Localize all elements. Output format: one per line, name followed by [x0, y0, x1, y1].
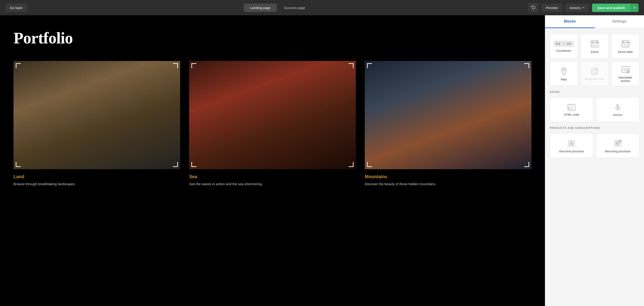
svg-text:S: S	[570, 141, 573, 146]
svg-point-30	[572, 105, 572, 106]
html-code-label: HTML code	[564, 113, 579, 116]
corner-br	[524, 162, 529, 167]
svg-point-20	[596, 69, 597, 70]
block-instagram[interactable]: Instagram feed	[580, 61, 609, 86]
svg-rect-2	[592, 41, 593, 43]
block-event-table[interactable]: Event table	[611, 34, 640, 58]
actions-button[interactable]: Actions	[565, 3, 589, 12]
sea-desc: See the waves in action and the sea shim…	[189, 182, 356, 187]
block-anchor[interactable]: Anchor	[596, 97, 640, 122]
newsletter-label: Newsletter archive	[614, 76, 637, 83]
extra-blocks-grid: HTML code Anchor	[550, 97, 640, 122]
block-event[interactable]: Event	[580, 34, 609, 58]
countdown-label: Countdown	[556, 49, 571, 52]
sea-image	[189, 61, 356, 169]
products-blocks-grid: S One-time purchase S	[550, 133, 640, 158]
gallery-item-land: Land Browse through breathtaking landsca…	[14, 61, 180, 187]
corner-br	[173, 162, 178, 167]
svg-point-31	[617, 104, 618, 106]
sea-title: Sea	[189, 174, 356, 179]
extra-label: EXTRA	[550, 90, 640, 94]
corner-bl	[192, 162, 196, 167]
tab-success-page[interactable]: Success page	[278, 3, 312, 12]
svg-rect-5	[594, 44, 595, 44]
canvas: Portfolio Land Browse through breathtaki…	[0, 15, 545, 306]
corner-tr	[348, 63, 354, 68]
tab-blocks[interactable]: Blocks	[545, 15, 595, 28]
block-map[interactable]: Map	[550, 61, 578, 86]
land-image	[14, 61, 180, 169]
land-title: Land	[14, 174, 180, 179]
event-label: Event	[591, 50, 598, 53]
instagram-icon	[591, 68, 598, 75]
tab-landing-page[interactable]: Landing page	[244, 3, 277, 12]
mountains-title: Mountains	[365, 174, 532, 179]
svg-rect-11	[623, 41, 624, 43]
block-one-time-purchase[interactable]: S One-time purchase	[550, 133, 593, 158]
event-icon	[591, 40, 599, 48]
products-label: PRODUCTS AND SUBSCRIPTIONS	[550, 126, 640, 130]
main-blocks-grid: 00 : 00 Countdown	[550, 34, 640, 86]
svg-rect-6	[596, 44, 597, 44]
one-time-purchase-icon: S	[568, 139, 576, 147]
recurring-purchase-icon: S	[614, 139, 622, 147]
svg-point-17	[563, 69, 565, 71]
corner-tl	[192, 63, 196, 68]
topbar: Go back Landing page Success page Previe…	[0, 0, 644, 15]
panel-content: 00 : 00 Countdown	[545, 28, 644, 168]
mountains-desc: Discover the beauty of these hidden moun…	[365, 182, 532, 187]
preview-button[interactable]: Preview	[541, 3, 562, 12]
gallery-image-mountains	[365, 61, 532, 169]
save-publish-group: Save and publish ▾	[592, 3, 638, 12]
go-back-button[interactable]: Go back	[6, 3, 27, 12]
svg-rect-7	[592, 45, 594, 46]
one-time-label: One-time purchase	[559, 150, 584, 153]
map-label: Map	[561, 78, 566, 81]
history-button[interactable]	[528, 3, 538, 12]
corner-br	[348, 162, 354, 167]
newsletter-icon	[622, 65, 630, 74]
block-newsletter[interactable]: Newsletter archive	[611, 61, 640, 86]
topbar-center: Landing page Success page	[244, 3, 312, 12]
history-icon	[532, 5, 536, 9]
gallery-image-land	[14, 61, 180, 169]
main-layout: Portfolio Land Browse through breathtaki…	[0, 15, 644, 306]
panel-tabs: Blocks Settings	[545, 15, 644, 28]
page-title: Portfolio	[14, 29, 532, 47]
chevron-down-icon	[582, 6, 585, 9]
event-table-label: Event table	[618, 50, 633, 53]
extra-section: EXTRA	[550, 90, 640, 122]
corner-bl	[367, 162, 372, 167]
gallery: Land Browse through breathtaking landsca…	[14, 61, 532, 187]
gallery-item-sea: Sea See the waves in action and the sea …	[189, 61, 356, 187]
svg-point-19	[593, 70, 596, 73]
topbar-left: Go back	[6, 3, 27, 12]
land-desc: Browse through breathtaking landscapes.	[14, 182, 180, 187]
save-publish-button[interactable]: Save and publish	[592, 3, 630, 12]
svg-rect-4	[592, 44, 594, 44]
svg-rect-12	[627, 41, 628, 43]
event-table-icon	[622, 40, 630, 48]
mountains-image	[365, 61, 532, 169]
block-html-code[interactable]: HTML code	[550, 97, 593, 122]
save-publish-dropdown[interactable]: ▾	[630, 3, 638, 12]
recurring-label: Recurring purchase	[605, 150, 630, 153]
corner-tr	[524, 63, 529, 68]
svg-rect-3	[596, 41, 597, 43]
block-countdown[interactable]: 00 : 00 Countdown	[550, 34, 578, 58]
svg-rect-8	[594, 45, 595, 46]
tab-settings[interactable]: Settings	[595, 15, 644, 28]
anchor-icon	[614, 104, 621, 111]
corner-bl	[16, 162, 21, 167]
gallery-image-sea	[189, 61, 356, 169]
corner-tr	[173, 63, 178, 68]
corner-tl	[367, 63, 372, 68]
topbar-right: Preview Actions Save and publish ▾	[528, 3, 638, 12]
countdown-icon: 00 : 00	[554, 41, 574, 47]
block-recurring-purchase[interactable]: S Recurring purchase	[596, 133, 640, 158]
svg-rect-18	[592, 68, 598, 74]
svg-rect-9	[622, 41, 629, 47]
right-panel: Blocks Settings 00 : 00 Countdown	[545, 15, 644, 306]
svg-point-29	[570, 105, 571, 106]
map-icon	[561, 67, 567, 75]
